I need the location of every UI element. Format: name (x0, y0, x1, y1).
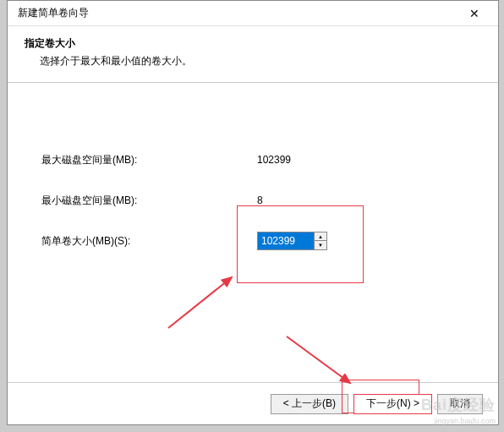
page-title: 指定卷大小 (25, 36, 481, 51)
min-disk-row: 最小磁盘空间量(MB): 8 (41, 191, 464, 210)
max-disk-row: 最大磁盘空间量(MB): 102399 (41, 150, 464, 169)
back-button[interactable]: < 上一步(B) (271, 394, 348, 414)
wizard-dialog: 新建简单卷向导 ✕ 指定卷大小 选择介于最大和最小值的卷大小。 最大磁盘空间量(… (7, 0, 499, 425)
volume-size-spinner[interactable]: ▲ ▼ (257, 232, 327, 250)
chevron-down-icon: ▼ (318, 242, 323, 249)
max-disk-value: 102399 (257, 154, 291, 166)
close-button[interactable]: ✕ (457, 2, 491, 25)
next-button[interactable]: 下一步(N) > (353, 394, 432, 414)
page-description: 选择介于最大和最小值的卷大小。 (40, 54, 481, 68)
content-area: 最大磁盘空间量(MB): 102399 最小磁盘空间量(MB): 8 简单卷大小… (8, 83, 498, 382)
cancel-button[interactable]: 取消 (437, 394, 483, 414)
header-section: 指定卷大小 选择介于最大和最小值的卷大小。 (8, 26, 498, 82)
close-icon: ✕ (469, 7, 479, 20)
volume-size-label: 简单卷大小(MB)(S): (41, 234, 257, 249)
titlebar: 新建简单卷向导 ✕ (8, 1, 498, 26)
min-disk-value: 8 (257, 194, 263, 206)
volume-size-row: 简单卷大小(MB)(S): ▲ ▼ (41, 232, 464, 250)
max-disk-label: 最大磁盘空间量(MB): (41, 153, 257, 167)
chevron-up-icon: ▲ (318, 233, 323, 240)
spinner-up-button[interactable]: ▲ (315, 232, 326, 241)
annotation-arrow-icon (160, 269, 244, 336)
svg-line-3 (287, 336, 350, 383)
dialog-title: 新建简单卷向导 (18, 6, 89, 20)
spinner-buttons: ▲ ▼ (314, 232, 326, 249)
footer-buttons: < 上一步(B) 下一步(N) > 取消 (8, 382, 498, 424)
svg-line-1 (168, 277, 232, 328)
spinner-down-button[interactable]: ▼ (315, 241, 326, 249)
min-disk-label: 最小磁盘空间量(MB): (41, 194, 257, 208)
volume-size-input[interactable] (258, 232, 314, 249)
